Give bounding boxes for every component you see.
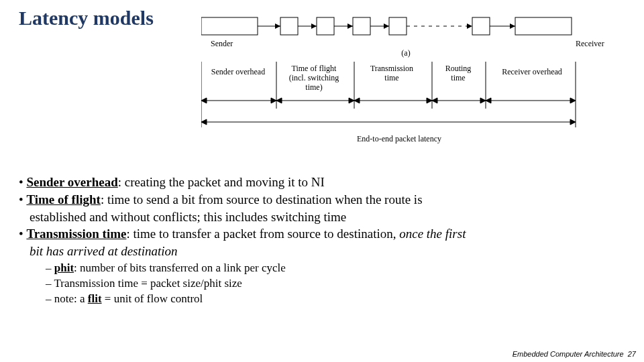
receiver-label: Receiver (576, 39, 604, 49)
b3-term: Transmission time (26, 227, 126, 241)
sender-label: Sender (211, 39, 233, 49)
b2-rest-b: established and without conflicts; this … (30, 210, 346, 224)
svg-marker-39 (570, 98, 576, 103)
b3-rest-c: bit has arrived at destination (30, 244, 178, 258)
svg-marker-11 (384, 23, 389, 29)
slide-footer: Embedded Computer Architecture 27 (513, 350, 636, 358)
footer-course: Embedded Computer Architecture (513, 350, 624, 358)
svg-rect-18 (515, 17, 572, 35)
svg-rect-9 (353, 17, 370, 35)
svg-rect-0 (201, 17, 258, 35)
svg-marker-2 (275, 23, 280, 29)
b3-rest-b: once the first (399, 227, 466, 241)
svg-marker-27 (271, 98, 276, 103)
svg-marker-30 (349, 98, 354, 103)
svg-marker-5 (311, 23, 317, 29)
svg-marker-36 (480, 98, 486, 103)
diagram-a (201, 15, 596, 50)
b1-rest: : creating the packet and moving it to N… (118, 175, 325, 189)
bullet-content: • Sender overhead: creating the packet a… (19, 174, 625, 308)
s1-rest: : number of bits transferred on a link p… (74, 261, 286, 274)
svg-marker-14 (467, 23, 472, 29)
b2-rest-a: : time to send a bit from source to dest… (101, 192, 423, 206)
svg-marker-26 (201, 98, 207, 103)
svg-marker-41 (201, 119, 207, 125)
svg-marker-38 (486, 98, 491, 103)
page-title: Latency models (19, 7, 154, 29)
b2-term: Time of flight (26, 192, 100, 206)
svg-marker-35 (432, 98, 437, 103)
svg-marker-42 (570, 119, 576, 125)
svg-rect-3 (280, 17, 298, 35)
footer-slide-num: 27 (628, 350, 636, 358)
s3-pre: note: a (54, 292, 88, 305)
svg-marker-33 (427, 98, 432, 103)
svg-marker-8 (347, 23, 353, 29)
svg-marker-32 (354, 98, 360, 103)
end-to-end-label: End-to-end packet latency (342, 134, 456, 144)
fig-a-label: (a) (396, 48, 416, 58)
s3-term: flit (88, 292, 102, 305)
diagram-timing-bars (201, 62, 577, 142)
s1-term: phit (54, 261, 74, 274)
svg-rect-15 (472, 17, 490, 35)
s3-rest: = unit of flow control (102, 292, 203, 305)
svg-rect-12 (389, 17, 407, 35)
svg-marker-17 (510, 23, 515, 29)
svg-marker-29 (276, 98, 282, 103)
b1-term: Sender overhead (26, 175, 117, 189)
s2: Transmission time = packet size/phit siz… (54, 277, 241, 290)
svg-rect-6 (317, 17, 334, 35)
b3-rest-a: : time to transfer a packet from source … (126, 227, 399, 241)
